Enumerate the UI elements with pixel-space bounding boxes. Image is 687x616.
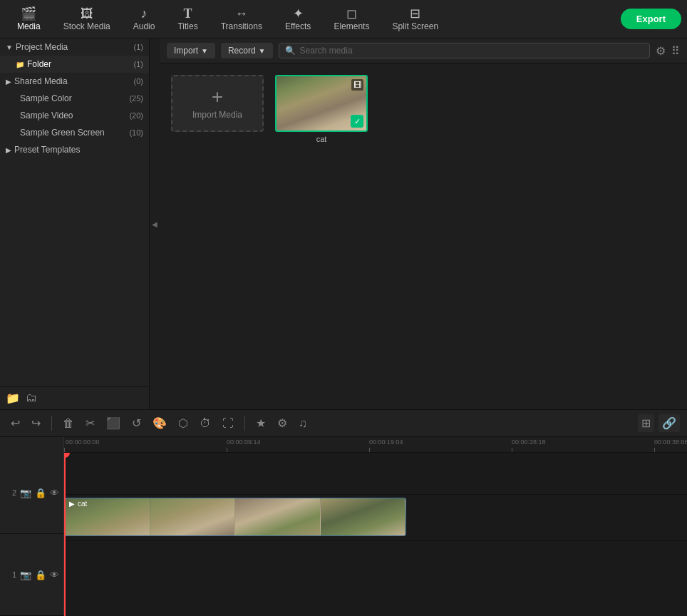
media-grid: + Import Media 🎞 ✓ cat: [160, 63, 687, 409]
timeline-toolbar: ↩ ↪ 🗑 ✂ ⬛ ↺ 🎨 ⬡ ⏱ ⛶ ★ ⚙ ♫ ⊞ 🔗: [0, 410, 687, 437]
cut-button[interactable]: ✂: [82, 414, 98, 432]
ruler-mark-0: 00:00:00:00: [66, 438, 100, 446]
timeline-body: 00:00:00:00 00:00:09:14 00:00:19:04 00:0…: [0, 437, 687, 616]
timeline-ruler: 00:00:00:00 00:00:09:14 00:00:19:04 00:0…: [64, 437, 687, 453]
export-button[interactable]: Export: [621, 9, 681, 29]
tree-sample-green-screen[interactable]: Sample Green Screen (10): [0, 124, 149, 141]
crop-button[interactable]: ⬛: [103, 414, 124, 432]
track-controls-overlay: 2 📷 🔒 👁 1 📷 🔒 👁: [0, 452, 64, 616]
media-item-cat[interactable]: 🎞 ✓ cat: [275, 75, 368, 143]
track-2-controls: 2 📷 🔒 👁: [0, 452, 63, 534]
toolbar-elements[interactable]: ◻ Elements: [322, 4, 381, 34]
track-row-2: [64, 453, 687, 495]
track-1-camera-icon[interactable]: 📷: [20, 570, 31, 580]
collapse-handle[interactable]: ◀: [150, 38, 160, 409]
audio-button[interactable]: ♫: [295, 415, 311, 432]
plus-icon: +: [212, 87, 223, 107]
track-1-controls: 1 📷 🔒 👁: [0, 534, 63, 616]
track-row-1: ▶ cat: [64, 495, 687, 541]
redo-button[interactable]: ↪: [28, 414, 44, 432]
left-panel: ▼ Project Media (1) 📁 Folder (1) ▶ Share…: [0, 38, 150, 409]
shared-media-arrow: ▶: [6, 78, 11, 86]
record-button[interactable]: Record ▼: [221, 43, 273, 58]
grid-icon[interactable]: ⠿: [671, 44, 680, 58]
transitions-icon: ↔: [235, 7, 248, 20]
tree-folder[interactable]: 📁 Folder (1): [0, 56, 149, 73]
link-button[interactable]: 🔗: [658, 414, 680, 432]
color-button[interactable]: 🎨: [149, 414, 170, 432]
record-dropdown-icon: ▼: [259, 47, 266, 55]
playhead[interactable]: [64, 453, 66, 616]
adjust-button[interactable]: ⚙: [274, 414, 291, 432]
import-button[interactable]: Import ▼: [167, 43, 215, 58]
track-1-eye-icon[interactable]: 👁: [50, 570, 59, 580]
undo-button[interactable]: ↩: [7, 414, 24, 432]
tree-sample-video[interactable]: Sample Video (20): [0, 107, 149, 124]
track-2-content: [64, 453, 687, 494]
fullscreen-button[interactable]: ⛶: [219, 415, 237, 432]
mask-button[interactable]: ⬡: [175, 414, 192, 432]
tree-sample-color[interactable]: Sample Color (25): [0, 90, 149, 107]
media-thumb-check: ✓: [351, 115, 363, 128]
delete-button[interactable]: 🗑: [59, 415, 78, 432]
toolbar-titles[interactable]: T Titles: [166, 4, 209, 34]
tree-project-media[interactable]: ▼ Project Media (1): [0, 38, 149, 56]
media-icon: 🎬: [21, 7, 36, 20]
ruler-mark-1: 00:00:09:14: [227, 438, 261, 446]
content-toolbar: Import ▼ Record ▼ 🔍 ⚙ ⠿: [160, 38, 687, 63]
content-panel: Import ▼ Record ▼ 🔍 ⚙ ⠿ + Import Media: [160, 38, 687, 409]
track-1-lock-icon[interactable]: 🔒: [35, 570, 46, 580]
elements-icon: ◻: [346, 7, 357, 20]
ruler-mark-2: 00:00:19:04: [369, 438, 403, 446]
import-media-button[interactable]: + Import Media: [171, 75, 264, 132]
new-folder-icon[interactable]: 🗂: [26, 391, 37, 405]
tree-shared-media[interactable]: ▶ Shared Media (0): [0, 73, 149, 90]
tree-preset-templates[interactable]: ▶ Preset Templates: [0, 141, 149, 158]
track-2-eye-icon[interactable]: 👁: [50, 488, 59, 498]
track-2-lock-icon[interactable]: 🔒: [35, 488, 46, 498]
toolbar-effects[interactable]: ✦ Effects: [274, 4, 322, 34]
audio-icon: ♪: [141, 7, 148, 20]
clip-frames: [65, 498, 406, 535]
preset-templates-arrow: ▶: [6, 146, 11, 154]
media-thumb-filmstrip-icon: 🎞: [351, 79, 363, 91]
track-1-content: ▶ cat: [64, 495, 687, 540]
project-media-arrow: ▼: [6, 43, 13, 51]
titles-icon: T: [184, 7, 192, 20]
clip-cat[interactable]: ▶ cat: [64, 498, 406, 536]
split-screen-icon: ⊟: [410, 7, 420, 20]
track-1-number: 1: [12, 570, 16, 579]
toolbar-media[interactable]: 🎬 Media: [6, 4, 52, 34]
left-panel-footer: 📁 🗂: [0, 386, 149, 409]
timeline-right: 00:00:00:00 00:00:09:14 00:00:19:04 00:0…: [64, 437, 687, 616]
toolbar-audio[interactable]: ♪ Audio: [122, 4, 167, 34]
media-label-cat: cat: [316, 135, 327, 143]
search-icon: 🔍: [285, 46, 296, 56]
toolbar-stock-media[interactable]: 🖼 Stock Media: [52, 4, 122, 34]
search-bar: 🔍: [279, 43, 650, 58]
track-2-camera-icon[interactable]: 📷: [20, 488, 31, 498]
stock-media-icon: 🖼: [81, 7, 93, 20]
media-thumbnail-cat: 🎞 ✓: [275, 75, 368, 132]
effects-icon: ✦: [293, 7, 304, 20]
ruler-mark-3: 00:00:28:18: [512, 438, 546, 446]
clip-label-cat: ▶ cat: [69, 500, 87, 508]
timeline-area: ↩ ↪ 🗑 ✂ ⬛ ↺ 🎨 ⬡ ⏱ ⛶ ★ ⚙ ♫ ⊞ 🔗 00:00:00:0…: [0, 409, 687, 616]
tracks-container: ▶ cat: [64, 453, 687, 616]
main-area: ▼ Project Media (1) 📁 Folder (1) ▶ Share…: [0, 38, 687, 409]
star-button[interactable]: ★: [252, 414, 269, 432]
add-video-track-button[interactable]: ⊞: [638, 414, 654, 432]
folder-arrow: 📁: [16, 61, 24, 68]
toolbar-transitions[interactable]: ↔ Transitions: [210, 4, 274, 34]
add-folder-icon[interactable]: 📁: [6, 391, 20, 405]
ruler-mark-4: 00:00:38:08: [654, 438, 687, 446]
track-2-number: 2: [12, 488, 16, 497]
import-dropdown-icon: ▼: [201, 47, 208, 55]
rotate-button[interactable]: ↺: [128, 414, 145, 432]
timer-button[interactable]: ⏱: [196, 415, 215, 432]
top-toolbar: 🎬 Media 🖼 Stock Media ♪ Audio T Titles ↔…: [0, 0, 687, 38]
toolbar-split-screen[interactable]: ⊟ Split Screen: [381, 4, 450, 34]
search-input[interactable]: [300, 46, 644, 56]
filter-icon[interactable]: ⚙: [656, 44, 666, 58]
